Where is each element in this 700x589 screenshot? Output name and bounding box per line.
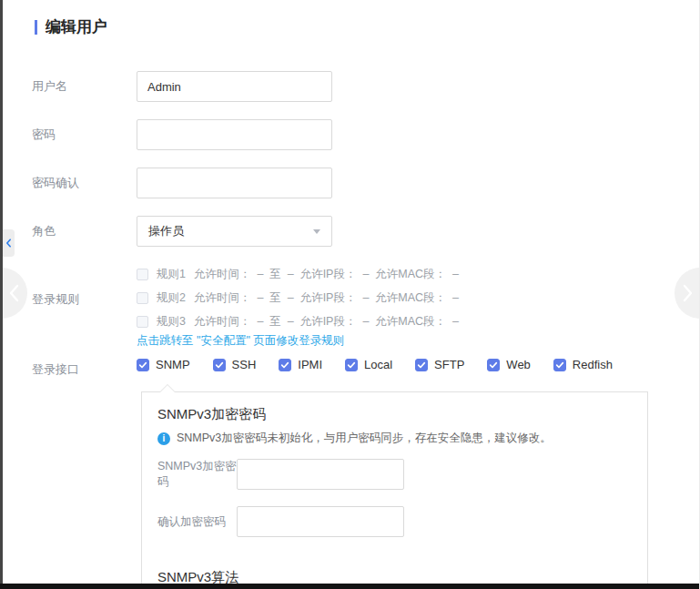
snmpv3-password-confirm-row: 确认加密密码 (157, 506, 404, 537)
rule-checkbox[interactable] (137, 316, 148, 328)
rule-detail: 允许时间： – 至 – 允许IP段： – 允许MAC段： – (194, 290, 459, 306)
rule-checkbox[interactable] (137, 292, 148, 304)
password-confirm-input[interactable] (137, 168, 332, 198)
username-input[interactable] (137, 71, 332, 102)
window-bottom-edge (0, 584, 699, 589)
interface-label: SFTP (434, 358, 464, 371)
chevron-right-icon (682, 283, 695, 303)
info-icon: i (157, 432, 170, 445)
interface-label: Web (506, 358, 531, 371)
interface-option: Redfish (553, 358, 613, 371)
carousel-prev-button[interactable] (0, 268, 27, 319)
snmpv3-password-confirm-label: 确认加密密码 (157, 514, 237, 530)
password-confirm-row: 密码确认 (32, 168, 332, 198)
checkmark-icon (280, 361, 289, 370)
role-row: 角色 操作员 (32, 216, 332, 247)
interface-checkbox[interactable] (213, 359, 226, 371)
page-title: 编辑用户 (46, 16, 107, 37)
rule-name: 规则1 (157, 267, 186, 282)
checkmark-icon (215, 361, 224, 370)
checkmark-icon (555, 361, 564, 370)
password-row: 密码 (32, 119, 332, 150)
interface-label: Redfish (573, 358, 613, 371)
role-select-value: 操作员 (148, 223, 184, 239)
interface-label: IPMI (298, 358, 322, 371)
edit-user-page: 编辑用户 用户名 密码 密码确认 角色 操作员 登录规则 规则1 允许时间： –… (0, 0, 700, 589)
interface-checkbox[interactable] (553, 359, 566, 371)
interface-label: SNMP (156, 358, 190, 371)
interface-checkbox[interactable] (415, 359, 428, 371)
username-row: 用户名 (32, 71, 332, 102)
checkmark-icon (489, 361, 498, 370)
chevron-down-icon (313, 229, 320, 234)
snmpv3-panel-title: SNMPv3加密密码 (157, 406, 266, 423)
title-accent-bar (35, 20, 37, 35)
password-confirm-label: 密码确认 (32, 175, 137, 191)
login-interfaces-label: 登录接口 (32, 361, 79, 378)
sidebar-collapse-tab[interactable] (3, 229, 15, 257)
page-header: 编辑用户 (35, 16, 107, 37)
interface-option: SNMP (137, 358, 190, 371)
interface-label: Local (364, 358, 392, 371)
checkmark-icon (417, 361, 426, 370)
interface-checkbox[interactable] (345, 359, 358, 371)
checkmark-icon (138, 361, 147, 370)
login-rule-row: 规则2 允许时间： – 至 – 允许IP段： – 允许MAC段： – (137, 286, 459, 310)
rule-detail: 允许时间： – 至 – 允许IP段： – 允许MAC段： – (194, 267, 459, 282)
role-label: 角色 (32, 223, 137, 239)
interface-option: IPMI (279, 358, 322, 371)
role-select[interactable]: 操作员 (137, 216, 332, 247)
rule-name: 规则2 (157, 290, 186, 306)
snmpv3-info-text: SNMPv3加密密码未初始化，与用户密码同步，存在安全隐患，建议修改。 (177, 431, 552, 446)
login-rules-label: 登录规则 (32, 291, 79, 308)
snmpv3-password-confirm-input[interactable] (237, 506, 404, 537)
login-rule-row: 规则3 允许时间： – 至 – 允许IP段： – 允许MAC段： – (137, 310, 459, 333)
interface-option: SSH (213, 358, 257, 371)
rule-name: 规则3 (157, 314, 186, 330)
window-left-edge (0, 0, 3, 589)
interface-option: Web (487, 358, 531, 371)
chevron-left-icon (7, 283, 20, 303)
checkmark-icon (347, 361, 356, 370)
password-input[interactable] (137, 119, 332, 150)
login-rule-row: 规则1 允许时间： – 至 – 允许IP段： – 允许MAC段： – (137, 262, 459, 286)
snmpv3-info-row: i SNMPv3加密密码未初始化，与用户密码同步，存在安全隐患，建议修改。 (157, 431, 552, 446)
snmpv3-password-row: SNMPv3加密密码 (157, 459, 404, 490)
rule-checkbox[interactable] (137, 269, 148, 280)
carousel-next-button[interactable] (675, 268, 700, 319)
snmpv3-panel: SNMPv3加密密码 i SNMPv3加密密码未初始化，与用户密码同步，存在安全… (141, 391, 648, 589)
panel-notch-fill (160, 385, 175, 392)
interface-checkbox[interactable] (487, 359, 500, 371)
interface-checkbox[interactable] (137, 359, 149, 371)
security-config-link[interactable]: 点击跳转至 "安全配置" 页面修改登录规则 (137, 333, 344, 349)
snmpv3-password-input[interactable] (237, 459, 404, 490)
interface-label: SSH (232, 358, 257, 371)
interface-option: SFTP (415, 358, 464, 371)
chevron-left-icon (5, 239, 12, 248)
username-label: 用户名 (32, 78, 137, 95)
login-interfaces-list: SNMP SSH IPMI Local (137, 358, 613, 371)
login-rules-list: 规则1 允许时间： – 至 – 允许IP段： – 允许MAC段： – 规则2 允… (137, 262, 459, 333)
rule-detail: 允许时间： – 至 – 允许IP段： – 允许MAC段： – (194, 314, 459, 330)
password-label: 密码 (32, 127, 137, 143)
snmpv3-password-label: SNMPv3加密密码 (157, 459, 237, 490)
interface-checkbox[interactable] (279, 359, 291, 371)
interface-option: Local (345, 358, 392, 371)
